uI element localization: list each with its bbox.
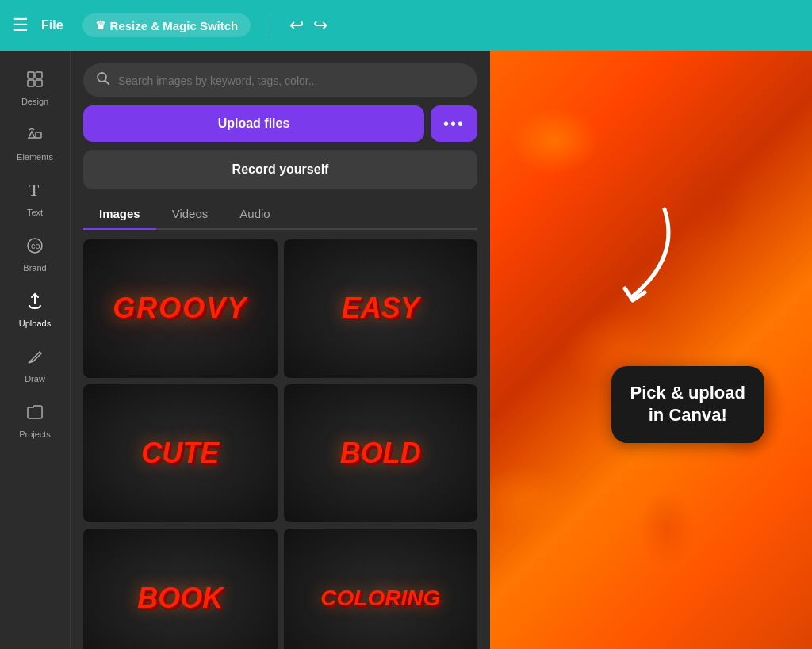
crown-icon: ♛ [95, 18, 105, 32]
sidebar-item-projects[interactable]: Projects [0, 393, 70, 449]
tab-images[interactable]: Images [83, 199, 156, 228]
sidebar-draw-label: Draw [25, 374, 45, 384]
sidebar-item-text[interactable]: T Text [0, 171, 70, 227]
svg-rect-2 [28, 80, 34, 86]
menu-icon[interactable]: ☰ [13, 15, 29, 36]
topbar: ☰ File ♛ Resize & Magic Switch ↩ ↪ [0, 0, 812, 51]
tooltip-box: Pick & upload in Canva! [611, 366, 764, 443]
topbar-divider [270, 13, 270, 37]
sidebar-projects-label: Projects [19, 429, 51, 439]
sidebar-item-design[interactable]: Design [0, 60, 70, 116]
search-bar[interactable] [83, 63, 477, 97]
upload-row: Upload files ••• [83, 105, 477, 142]
grid-item-cute[interactable]: CUTE [83, 384, 278, 523]
sidebar-item-uploads[interactable]: Uploads [0, 282, 70, 338]
file-button[interactable]: File [41, 18, 63, 32]
cute-text: CUTE [83, 384, 278, 523]
upload-files-button[interactable]: Upload files [83, 105, 424, 142]
svg-text:T: T [29, 181, 40, 199]
tooltip-text: Pick & upload in Canva! [630, 383, 745, 426]
redo-icon[interactable]: ↪ [313, 15, 327, 36]
sidebar-design-label: Design [21, 97, 48, 106]
canvas-area[interactable]: Pick & upload in Canva! [490, 51, 812, 649]
tab-videos[interactable]: Videos [156, 199, 224, 228]
uploads-icon [25, 292, 44, 315]
svg-rect-1 [36, 72, 42, 78]
media-tabs: Images Videos Audio [83, 199, 477, 230]
elements-icon [25, 125, 44, 149]
resize-label: Resize & Magic Switch [110, 19, 239, 32]
record-yourself-button[interactable]: Record yourself [83, 150, 477, 189]
sidebar-text-label: Text [27, 208, 43, 217]
groovy-text: GROOVY [83, 239, 278, 378]
search-icon [96, 71, 110, 90]
sidebar: Design Elements T Text [0, 51, 70, 649]
sidebar-uploads-label: Uploads [19, 319, 51, 328]
topbar-history-icons: ↩ ↪ [289, 15, 327, 36]
resize-magic-switch-button[interactable]: ♛ Resize & Magic Switch [82, 13, 251, 37]
sidebar-item-elements[interactable]: Elements [0, 116, 70, 171]
grid-item-bold[interactable]: BOLD [284, 384, 478, 523]
grid-item-book[interactable]: BOOK [83, 529, 278, 649]
grid-item-easy[interactable]: EASY [284, 239, 478, 378]
grid-item-coloring[interactable]: COLORING [284, 529, 478, 649]
uploads-panel: Upload files ••• Record yourself Images … [70, 51, 490, 649]
tab-audio[interactable]: Audio [224, 199, 285, 228]
text-icon: T [25, 181, 44, 204]
svg-rect-4 [36, 132, 41, 138]
easy-text: EASY [284, 239, 478, 378]
image-grid: GROOVY EASY CUTE BOLD BOOK COLORING [83, 239, 477, 649]
upload-more-button[interactable]: ••• [431, 105, 477, 142]
svg-rect-0 [28, 72, 34, 78]
book-text: BOOK [83, 529, 278, 649]
sidebar-brand-label: Brand [23, 263, 46, 273]
sidebar-item-draw[interactable]: Draw [0, 338, 70, 393]
svg-text:co: co [31, 241, 40, 250]
draw-icon [25, 347, 44, 371]
undo-icon[interactable]: ↩ [289, 15, 304, 36]
design-icon [25, 70, 44, 94]
sidebar-elements-label: Elements [17, 152, 53, 162]
image-grid-container: GROOVY EASY CUTE BOLD BOOK COLORING [71, 230, 490, 649]
main-layout: Design Elements T Text [0, 51, 812, 649]
bold-text: BOLD [284, 384, 478, 523]
search-input[interactable] [118, 74, 465, 87]
brand-icon: co [25, 236, 44, 260]
sidebar-item-brand[interactable]: co Brand [0, 227, 70, 282]
arrow-annotation [538, 193, 696, 320]
projects-icon [25, 403, 44, 426]
grid-item-groovy[interactable]: GROOVY [83, 239, 278, 378]
svg-rect-3 [36, 80, 42, 86]
coloring-text: COLORING [284, 529, 478, 649]
